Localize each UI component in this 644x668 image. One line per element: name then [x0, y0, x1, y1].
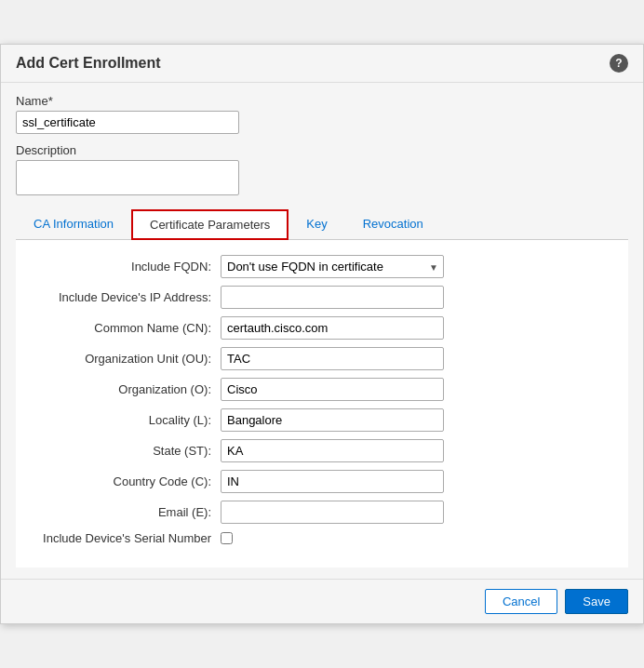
email-row: Email (E):	[16, 501, 628, 524]
name-input[interactable]	[16, 111, 239, 134]
name-group: Name*	[16, 94, 628, 134]
locality-input[interactable]	[221, 408, 444, 432]
locality-label: Locality (L):	[16, 413, 221, 427]
dialog-header: Add Cert Enrollment ?	[1, 45, 643, 83]
cancel-button[interactable]: Cancel	[485, 589, 557, 614]
tab-revocation[interactable]: Revocation	[345, 209, 441, 239]
dialog-body: Name* Description CA Information Certifi…	[1, 83, 643, 579]
tab-content-cert-params: Include FQDN: Don't use FQDN in certific…	[16, 240, 628, 568]
description-group: Description	[16, 143, 628, 198]
tab-key[interactable]: Key	[288, 209, 344, 239]
common-name-label: Common Name (CN):	[16, 321, 221, 335]
country-label: Country Code (C):	[16, 474, 221, 488]
include-ip-input[interactable]	[221, 286, 444, 309]
org-input[interactable]	[221, 378, 444, 401]
add-cert-enrollment-dialog: Add Cert Enrollment ? Name* Description …	[0, 44, 644, 624]
org-unit-label: Organization Unit (OU):	[16, 352, 221, 366]
include-fqdn-select-wrapper: Don't use FQDN in certificate Use device…	[221, 255, 444, 278]
locality-row: Locality (L):	[16, 408, 628, 432]
help-icon[interactable]: ?	[610, 54, 628, 73]
email-label: Email (E):	[16, 505, 221, 519]
state-row: State (ST):	[16, 439, 628, 462]
include-fqdn-label: Include FQDN:	[16, 260, 221, 274]
save-button[interactable]: Save	[565, 589, 628, 614]
dialog-footer: Cancel Save	[1, 579, 643, 623]
include-fqdn-select[interactable]: Don't use FQDN in certificate Use device…	[221, 255, 444, 278]
description-input[interactable]	[16, 160, 239, 195]
serial-number-row: Include Device's Serial Number	[16, 531, 628, 545]
common-name-row: Common Name (CN):	[16, 316, 628, 340]
common-name-input[interactable]	[221, 316, 444, 340]
tab-certificate-parameters[interactable]: Certificate Parameters	[131, 209, 288, 240]
include-fqdn-row: Include FQDN: Don't use FQDN in certific…	[16, 255, 628, 278]
tab-ca-information[interactable]: CA Information	[16, 209, 131, 239]
serial-number-checkbox[interactable]	[221, 532, 233, 544]
tabs-container: CA Information Certificate Parameters Ke…	[16, 209, 628, 240]
org-unit-input[interactable]	[221, 347, 444, 370]
name-label: Name*	[16, 94, 628, 108]
org-row: Organization (O):	[16, 378, 628, 401]
description-label: Description	[16, 143, 628, 157]
serial-number-label: Include Device's Serial Number	[16, 531, 221, 545]
state-input[interactable]	[221, 439, 444, 462]
org-label: Organization (O):	[16, 382, 221, 396]
country-input[interactable]	[221, 470, 444, 493]
include-ip-row: Include Device's IP Address:	[16, 286, 628, 309]
dialog-title: Add Cert Enrollment	[16, 55, 161, 72]
state-label: State (ST):	[16, 444, 221, 458]
include-ip-label: Include Device's IP Address:	[16, 290, 221, 304]
org-unit-row: Organization Unit (OU):	[16, 347, 628, 370]
email-input[interactable]	[221, 501, 444, 524]
country-row: Country Code (C):	[16, 470, 628, 493]
